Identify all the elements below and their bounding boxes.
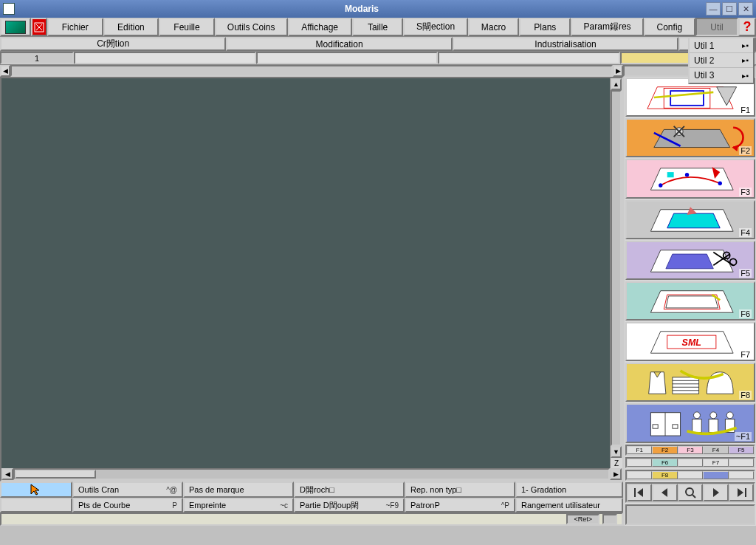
tool-rep-non-typ[interactable]: Rep. non typ□ [405,481,515,498]
hscroll-thumb[interactable] [15,470,96,479]
mini-btn[interactable] [627,471,652,479]
fkey-tile-f7[interactable]: SML F7 [625,322,755,361]
nav-last-button[interactable] [729,484,754,501]
fkey-tile-f2[interactable]: F2 [625,118,755,157]
svg-marker-12 [650,168,733,191]
menu-affichage[interactable]: Affichage [288,18,352,36]
hscroll-track[interactable] [13,468,610,480]
menu-macro[interactable]: Macro [468,18,520,36]
tab-modification[interactable]: Modification [226,37,452,51]
tool-derroch[interactable]: D閞roch□ [294,481,405,498]
mini-btn[interactable] [627,459,652,467]
menu-outils-coins[interactable]: Outils Coins [215,18,288,36]
nav-prev-button[interactable] [652,484,677,501]
menu-feuille[interactable]: Feuille [159,18,215,36]
info-field-2[interactable] [256,52,439,64]
scroll-up-button[interactable]: ▲ [611,78,622,90]
svg-line-51 [693,495,695,498]
tool-shortcut: ^@ [166,486,177,494]
mini-btn[interactable]: F2 [652,446,677,454]
util-item-1[interactable]: Util 1▸▪ [690,38,753,53]
util-item-2[interactable]: Util 2▸▪ [690,53,753,68]
fkey-tile-f4[interactable]: F4 [625,200,755,239]
tab-industrialisation[interactable]: Industrialisation [453,37,678,51]
mini-btn[interactable]: F1 [627,446,652,454]
menu-fichier[interactable]: Fichier [47,18,103,36]
sheet-nav-row: ◀ ▶ Feuille [0,65,756,77]
cursor-icon [28,483,44,496]
svg-marker-48 [637,488,643,497]
scissors-piece-icon [627,242,754,278]
mini-btn[interactable]: F7 [703,459,728,467]
tool-gradation[interactable]: 1- Gradation [515,481,623,498]
app-logo[interactable] [0,18,31,36]
menu-taille[interactable]: Taille [352,18,404,36]
close-button[interactable]: ✕ [738,2,753,16]
mini-btn[interactable] [703,471,728,479]
drawing-canvas[interactable] [1,78,610,468]
mini-btn[interactable]: F6 [652,459,677,467]
vscroll-track[interactable] [611,90,622,446]
tool-outils-cran[interactable]: Outils Cran^@ [72,481,183,498]
help-icon[interactable]: ? [738,18,756,36]
info-field-3[interactable] [438,52,620,64]
bottom-row-2: Pts de CourbeP Empreinte~c Partie D閏oup閑… [0,498,623,513]
nav-first-button[interactable] [627,484,652,501]
util-label-1: Util 1 [694,41,714,51]
status-bar: <Ret> [0,513,623,526]
fkey-tile-tf1[interactable]: ~F1 [625,403,755,442]
fkey-tile-f6[interactable]: F6 [625,281,755,321]
mini-btn[interactable] [678,471,703,479]
fkey-tile-f8[interactable]: F8 [625,363,755,402]
mini-btn[interactable]: F3 [678,446,703,454]
sheet-track[interactable] [10,65,613,77]
menu-selection[interactable]: S閘ection [403,18,467,36]
mini-btn[interactable] [729,459,754,467]
scroll-right-button[interactable]: ▶ [610,468,622,480]
fkey-tile-f5[interactable]: F5 [625,241,755,280]
menu-plans[interactable]: Plans [519,18,571,36]
fkey-label: F3 [739,188,752,196]
tool-patronp[interactable]: PatronP^P [405,498,515,513]
tool-pts-courbe[interactable]: Pts de CourbeP [72,498,183,513]
svg-rect-44 [709,419,718,433]
tool-partie-decoupee[interactable]: Partie D閏oup閑~F9 [294,498,405,513]
scroll-left-button[interactable]: ◀ [1,468,13,480]
sheet-next-button[interactable]: ▶ [613,65,623,77]
tab-creation[interactable]: Cr閍tion [0,37,226,51]
submenu-arrow-icon: ▸▪ [742,41,749,49]
red-square-icon[interactable] [31,18,47,36]
mini-btn[interactable]: F4 [703,446,728,454]
tool-empreinte[interactable]: Empreinte~c [183,498,294,513]
cursor-mode-button[interactable] [0,481,72,498]
svg-marker-53 [738,488,743,497]
util-item-3[interactable]: Util 3▸▪ [690,68,753,83]
mini-btn[interactable] [729,471,754,479]
scroll-down-button[interactable]: ▼ [611,446,622,458]
svg-text:SML: SML [682,337,701,348]
fkey-tile-f3[interactable]: F3 [625,159,755,198]
tool-shortcut: ~c [280,501,288,510]
menu-edition[interactable]: Edition [103,18,159,36]
menu-parametres[interactable]: Param鑤res [571,18,644,36]
mini-btn[interactable]: F8 [652,471,677,479]
minimize-button[interactable]: — [706,2,721,16]
mini-btn[interactable]: F5 [729,446,754,454]
nav-next-button[interactable] [703,484,728,501]
sml-label-icon: SML [627,323,754,360]
sheet-prev-button[interactable]: ◀ [0,65,10,77]
empty-icon-cell [0,498,72,513]
tool-pas-de-marque[interactable]: Pas de marque [183,481,294,498]
mini-btn[interactable] [678,459,703,467]
maximize-button[interactable]: ☐ [722,2,737,16]
nav-zoom-button[interactable] [678,484,703,501]
horizontal-scrollbar[interactable]: ◀ ▶ [1,468,622,480]
info-field-1[interactable] [74,52,256,64]
fkey-label: F4 [739,228,752,237]
tool-rangement[interactable]: Rangement utilisateur [515,498,623,513]
vertical-scrollbar[interactable]: ▲ ▼ Z [610,78,622,468]
svg-point-43 [710,412,717,419]
menu-config[interactable]: Config [644,18,695,36]
menu-util[interactable]: Util [695,18,738,36]
bottom-tool-area: Outils Cran^@ Pas de marque D閞roch□ Rep.… [0,481,623,526]
